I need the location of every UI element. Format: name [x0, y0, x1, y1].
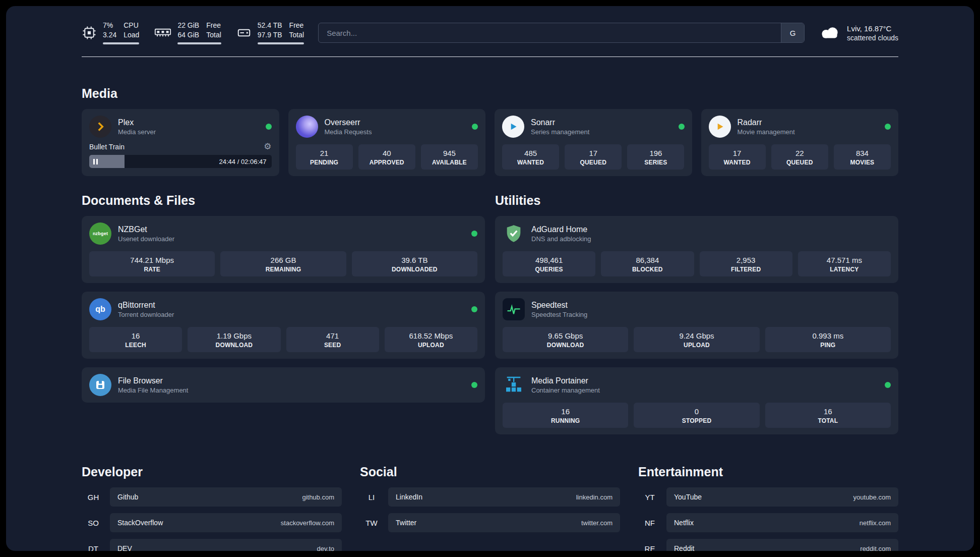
app-name: AdGuard Home [531, 225, 591, 234]
status-dot [471, 231, 477, 237]
stat-tile: 9.24 Gbps UPLOAD [634, 327, 759, 352]
search-input[interactable] [318, 23, 805, 43]
app-name: File Browser [118, 376, 188, 385]
nzbget-icon: nzbget [89, 222, 111, 245]
pause-icon [93, 159, 98, 164]
cloud-icon [819, 24, 841, 42]
app-subtitle: Torrent downloader [118, 311, 174, 318]
stat-value: 39.6 TB [354, 255, 475, 265]
bookmark-linkedin[interactable]: LinkedIn linkedin.com [388, 487, 620, 507]
stat-tile: 17 QUEUED [565, 144, 622, 170]
sonarr-icon [502, 116, 524, 138]
stat-tile: 2,953 FILTERED [700, 251, 792, 276]
bookmark-youtube[interactable]: YouTube youtube.com [666, 487, 898, 507]
bookmark-name: Twitter [396, 519, 416, 527]
memory-metric: 22 GiB 64 GiB Free Total [154, 21, 221, 44]
stat-label: REMAINING [222, 266, 344, 273]
cpu-load-value: 3.24 [103, 31, 116, 39]
memory-usage-bar [177, 42, 221, 44]
stat-value: 618.52 Mbps [387, 331, 475, 341]
settings-gear-icon[interactable]: ⚙ [264, 142, 271, 151]
bookmark-stackoverflow[interactable]: StackOverflow stackoverflow.com [110, 513, 342, 532]
bookmark-row: RE Reddit reddit.com [638, 539, 898, 551]
app-name: Overseerr [325, 118, 372, 127]
bookmark-name: LinkedIn [396, 493, 422, 501]
stat-value: 17 [711, 148, 764, 158]
app-name: Speedtest [531, 301, 587, 310]
app-subtitle: Series management [531, 128, 589, 136]
bookmark-github[interactable]: Github github.com [110, 487, 342, 507]
bookmark-row: DT DEV dev.to [82, 539, 342, 551]
stat-tile: 16 LEECH [89, 327, 182, 352]
disk-total-value: 97.9 TB [258, 31, 282, 39]
cpu-load-label: Load [124, 31, 139, 39]
stat-value: 21 [298, 148, 351, 158]
app-card-speedtest[interactable]: Speedtest Speedtest Tracking 9.65 Gbps D… [495, 292, 898, 359]
section-title-social: Social [360, 465, 620, 479]
app-subtitle: Speedtest Tracking [531, 311, 587, 318]
stat-value: 485 [504, 148, 557, 158]
stat-tile: 834 MOVIES [834, 144, 891, 170]
stat-label: DOWNLOAD [190, 342, 278, 349]
app-card-sonarr[interactable]: Sonarr Series management 485 WANTED 17 Q… [495, 109, 692, 176]
memory-free-value: 22 GiB [177, 21, 199, 30]
weather-widget: Lviv, 16.87°C scattered clouds [819, 24, 898, 42]
playback-progress-bar[interactable]: 24:44 / 02:06:47 [89, 155, 272, 168]
speedtest-icon [503, 298, 525, 320]
portainer-icon [503, 374, 525, 396]
stat-label: RUNNING [505, 417, 626, 424]
stat-value: 47.571 ms [800, 255, 889, 265]
stat-tile: 744.21 Mbps RATE [89, 251, 215, 276]
app-subtitle: Container management [531, 386, 600, 394]
disk-free-value: 52.4 TB [258, 21, 282, 30]
bookmark-abbr: GH [82, 493, 105, 502]
stat-tile: 1.19 Gbps DOWNLOAD [188, 327, 280, 352]
bookmark-twitter[interactable]: Twitter twitter.com [388, 513, 620, 532]
stat-value: 498,461 [505, 255, 593, 265]
stat-value: 471 [288, 331, 377, 341]
bookmark-url: github.com [302, 493, 334, 501]
stat-label: PENDING [298, 159, 351, 166]
bookmark-abbr: TW [360, 519, 383, 527]
app-card-nzbget[interactable]: nzbget NZBGet Usenet downloader 744.21 M… [82, 216, 485, 283]
stat-label: SEED [288, 342, 377, 349]
stat-value: 0.993 ms [767, 331, 889, 341]
app-name: qBittorrent [118, 301, 174, 310]
bookmark-url: stackoverflow.com [281, 519, 334, 527]
stat-tile: 0.993 ms PING [765, 327, 891, 352]
entertainment-section: Entertainment YT YouTube youtube.com NF … [638, 465, 898, 551]
cpu-metric: 7% 3.24 CPU Load [82, 21, 139, 44]
app-card-plex[interactable]: Plex Media server Bullet Train ⚙ 24:44 [82, 109, 279, 176]
stat-value: 1.19 Gbps [190, 331, 278, 341]
status-dot [472, 124, 478, 130]
bookmark-dev[interactable]: DEV dev.to [110, 539, 342, 551]
bookmark-netflix[interactable]: Netflix netflix.com [666, 513, 898, 532]
app-card-overseerr[interactable]: Overseerr Media Requests 21 PENDING 40 A… [288, 109, 486, 176]
bookmark-reddit[interactable]: Reddit reddit.com [666, 539, 898, 551]
section-title-utilities: Utilities [495, 193, 898, 208]
stat-label: BLOCKED [603, 266, 692, 273]
stat-tile: 485 WANTED [502, 144, 559, 170]
app-subtitle: Media Requests [325, 128, 372, 136]
app-name: Plex [118, 118, 156, 127]
stat-label: MOVIES [836, 159, 889, 166]
search-engine-button[interactable]: G [781, 23, 804, 42]
bookmark-row: SO StackOverflow stackoverflow.com [82, 513, 342, 532]
app-card-radarr[interactable]: Radarr Movie management 17 WANTED 22 QUE… [701, 109, 899, 176]
stat-tile: 21 PENDING [296, 144, 353, 170]
app-card-portainer[interactable]: Media Portainer Container management 16 … [495, 367, 898, 434]
stat-value: 9.65 Gbps [505, 331, 626, 341]
app-card-adguard[interactable]: AdGuard Home DNS and adblocking 498,461 … [495, 216, 898, 283]
system-metrics: 7% 3.24 CPU Load [82, 21, 304, 44]
cpu-icon [82, 25, 97, 40]
stat-value: 744.21 Mbps [91, 255, 213, 265]
memory-icon [154, 27, 171, 38]
memory-free-label: Free [206, 21, 221, 30]
app-card-qbittorrent[interactable]: qb qBittorrent Torrent downloader 16 [82, 292, 485, 359]
stat-label: WANTED [711, 159, 764, 166]
stat-label: APPROVED [360, 159, 413, 166]
stat-tile: 266 GB REMAINING [220, 251, 346, 276]
filebrowser-icon [89, 374, 111, 396]
app-card-filebrowser[interactable]: File Browser Media File Management [82, 367, 485, 403]
bookmark-url: youtube.com [853, 493, 891, 501]
